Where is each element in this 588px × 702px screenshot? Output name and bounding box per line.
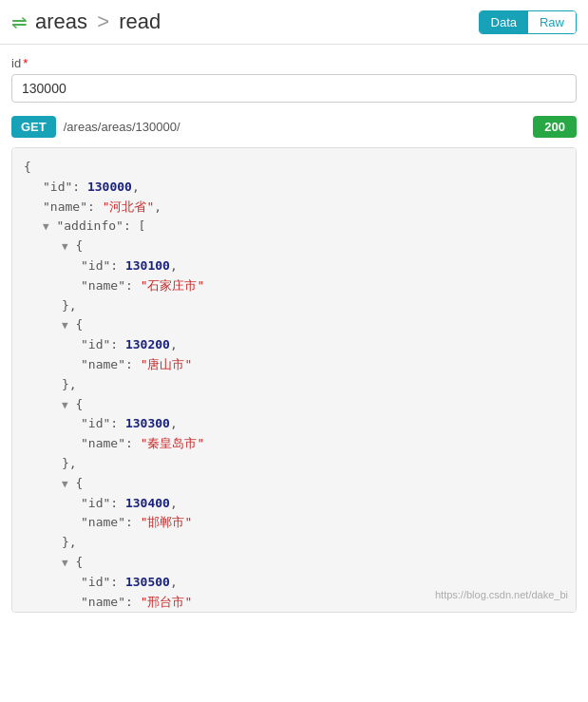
- watermark: https://blog.csdn.net/dake_bi: [435, 587, 568, 604]
- tab-raw[interactable]: Raw: [528, 11, 576, 33]
- arrows-icon: ⇌: [11, 10, 28, 33]
- tab-data[interactable]: Data: [480, 11, 528, 33]
- page-header: ⇌ areas > read Data Raw: [0, 0, 588, 45]
- breadcrumb: ⇌ areas > read: [11, 9, 161, 34]
- http-method-badge: GET: [11, 116, 56, 138]
- request-url: /areas/areas/130000/: [64, 120, 526, 134]
- id-input[interactable]: [11, 74, 577, 103]
- field-label: id*: [11, 56, 577, 70]
- status-code-badge: 200: [533, 116, 577, 138]
- url-bar: GET /areas/areas/130000/ 200: [0, 110, 588, 143]
- form-section: id*: [0, 45, 588, 110]
- view-toggle: Data Raw: [479, 10, 577, 34]
- page-title: areas > read: [35, 9, 161, 34]
- json-output[interactable]: { "id": 130000, "name": "河北省", ▼ "addinf…: [11, 147, 577, 613]
